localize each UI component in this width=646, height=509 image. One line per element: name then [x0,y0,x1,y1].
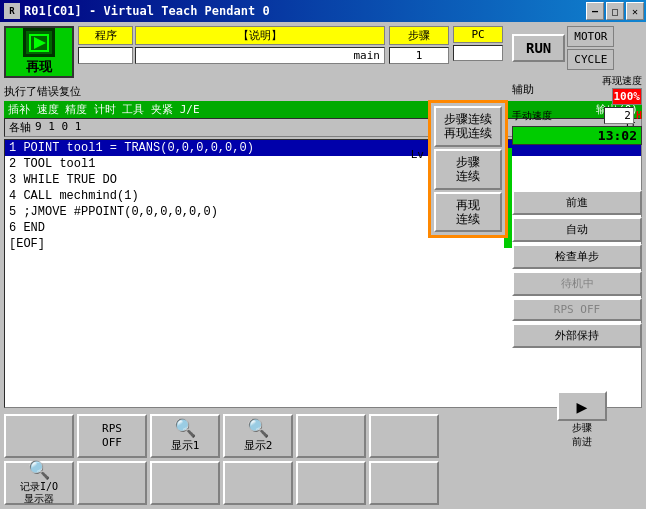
motor-button[interactable]: MOTOR [567,26,614,47]
title-text: R01[C01] - Virtual Teach Pendant 0 [24,4,270,18]
time-display: 13:02 [512,126,642,145]
rps-label: RPS [102,422,122,436]
speed-title: 再现速度 [602,74,642,88]
rps-off-button[interactable]: RPS OFF [77,414,147,458]
manual-speed-row: 手动速度 2 H [512,107,642,124]
empty-btn-4[interactable] [77,461,147,505]
step-forward-area: ▶ 步骤前进 [522,391,642,449]
motor-cycle-col: MOTOR CYCLE [567,26,614,70]
comment-label: 【说明】 [135,26,385,45]
rps-off-side-button[interactable]: RPS OFF [512,298,642,321]
display2-label: 显示2 [244,439,273,453]
cycle-button[interactable]: CYCLE [567,49,614,70]
record-label: 记录I/O显示器 [20,481,58,505]
code-line-3[interactable]: 3 WHILE TRUE DO [5,172,641,188]
display1-label: 显示1 [171,439,200,453]
rexian-button[interactable]: 再现 [4,26,74,78]
table-cols: 插补 速度 精度 计时 工具 夹紧 J/E [8,102,200,117]
close-button[interactable]: ✕ [626,2,644,20]
display2-button[interactable]: 🔍 显示2 [223,414,293,458]
display2-icon: 🔍 [247,419,269,437]
external-hold-button[interactable]: 外部保持 [512,323,642,348]
manual-speed-label: 手动速度 [512,109,552,123]
speed-display: 100% [612,88,643,105]
status-text: 执行了错误复位 [4,85,81,98]
popup-btn3-line2: 连续 [456,212,480,226]
minimize-button[interactable]: — [586,2,604,20]
lv-label: Lv [411,148,424,161]
comment-value-field: main [135,47,385,64]
run-motor-cycle-row: RUN MOTOR CYCLE [512,26,642,70]
empty-btn-7[interactable] [296,461,366,505]
manual-speed-value[interactable]: 2 [604,107,634,124]
step-fields: 步骤 1 [389,26,449,80]
display1-button[interactable]: 🔍 显示1 [150,414,220,458]
step-continuous-button[interactable]: 步骤 连续 [434,149,502,190]
replay-continuous-button[interactable]: 再现 连续 [434,192,502,233]
step-continuous-replay-button[interactable]: 步骤连续 再现连续 [434,106,502,147]
title-icon: R [4,3,20,19]
display1-icon: 🔍 [174,419,196,437]
empty-btn-6[interactable] [223,461,293,505]
empty-btn-5[interactable] [150,461,220,505]
record-icon: 🔍 [28,461,50,479]
step-forward-label: 步骤前进 [572,421,592,449]
fuzhu-label: 辅助 [512,82,534,97]
axis-label: 各轴 [9,120,31,135]
fuzhu-speed-row: 辅助 再现速度 100% [512,74,642,105]
record-io-button[interactable]: 🔍 记录I/O显示器 [4,461,74,505]
step-label: 步骤 [389,26,449,45]
standby-button[interactable]: 待机中 [512,271,642,296]
rexian-icon [23,28,55,57]
program-value-field [78,47,133,64]
speed-area: 再现速度 100% [602,74,642,105]
auto-button[interactable]: 自动 [512,217,642,242]
rexian-label: 再现 [26,58,52,76]
right-side-panel: 前進 自动 检查单步 待机中 RPS OFF 外部保持 [512,190,642,348]
empty-btn-8[interactable] [369,461,439,505]
popup-btn2-line1: 步骤 [456,155,480,169]
pc-value [453,45,503,61]
bottom-row-2: 🔍 记录I/O显示器 [4,461,642,505]
program-header-row: 程序 【说明】 [78,26,385,45]
program-value-row: main [78,47,385,64]
run-button[interactable]: RUN [512,34,565,62]
mode-popup-panel: 步骤连续 再现连续 步骤 连续 再现 连续 [428,100,508,238]
axis-values: 9 1 0 1 [35,120,81,135]
pc-fields: PC [453,26,503,80]
forward-button[interactable]: 前進 [512,190,642,215]
code-line-2[interactable]: 2 TOOL tool1 [5,156,641,172]
manual-speed-input-area: 2 H [604,107,642,124]
program-label: 程序 [78,26,133,45]
popup-btn1-line1: 步骤连续 [444,112,492,126]
title-bar: R R01[C01] - Virtual Teach Pendant 0 — □… [0,0,646,22]
empty-btn-1[interactable] [4,414,74,458]
popup-btn1-line2: 再现连续 [444,126,492,140]
step-value: 1 [389,47,449,64]
right-control-panel: RUN MOTOR CYCLE 辅助 再现速度 100% 手动速度 2 H 13… [512,26,642,145]
popup-btn2-line2: 连续 [456,169,480,183]
popup-btn3-line1: 再现 [456,198,480,212]
play-button[interactable]: ▶ [557,391,607,421]
window-controls: — □ ✕ [586,2,644,20]
h-label: H [636,110,642,121]
program-fields: 程序 【说明】 main [78,26,385,80]
pc-label: PC [453,26,503,43]
check-single-step-button[interactable]: 检查单步 [512,244,642,269]
maximize-button[interactable]: □ [606,2,624,20]
empty-btn-2[interactable] [296,414,366,458]
off-label: OFF [102,436,122,450]
empty-btn-3[interactable] [369,414,439,458]
